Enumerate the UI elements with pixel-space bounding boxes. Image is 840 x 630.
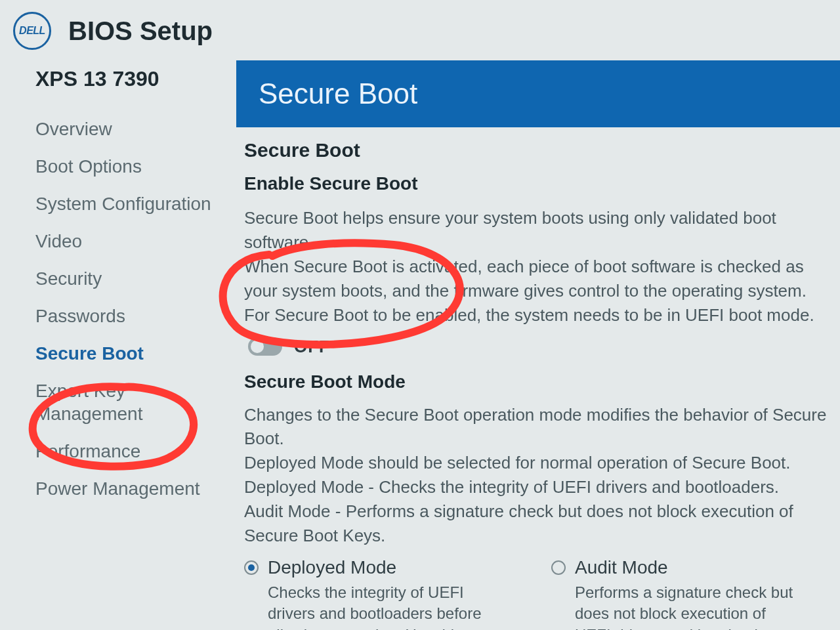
radio-head-deployed[interactable]: Deployed Mode [244,557,533,578]
sidebar-item-passwords[interactable]: Passwords [35,304,220,327]
sidebar-item-secure-boot[interactable]: Secure Boot [35,342,220,365]
enable-secure-boot-description: Secure Boot helps ensure your system boo… [244,206,840,327]
secure-boot-mode-description: Changes to the Secure Boot operation mod… [244,403,840,548]
secure-boot-toggle-row: OFF [248,337,840,357]
sidebar-item-boot-options[interactable]: Boot Options [35,155,220,178]
content: Secure Boot Enable Secure Boot Secure Bo… [236,139,840,630]
radio-option-audit: Audit Mode Performs a signature check bu… [551,557,840,630]
secure-boot-toggle[interactable] [248,337,282,356]
secure-boot-mode-options: Deployed Mode Checks the integrity of UE… [244,557,840,630]
radio-option-deployed: Deployed Mode Checks the integrity of UE… [244,557,533,630]
secure-boot-mode-title: Secure Boot Mode [244,371,840,392]
secure-boot-toggle-label: OFF [294,337,330,357]
layout: XPS 13 7390 Overview Boot Options System… [0,60,840,627]
toggle-knob-icon [251,340,264,353]
dell-logo-icon: DELL [13,12,51,50]
radio-head-audit[interactable]: Audit Mode [551,557,840,578]
app-title: BIOS Setup [68,16,213,46]
page-banner: Secure Boot [236,60,840,127]
app-header: DELL BIOS Setup [0,0,840,60]
sidebar-item-power-management[interactable]: Power Management [35,477,220,500]
section-title: Secure Boot [244,139,840,161]
main-panel: Secure Boot Secure Boot Enable Secure Bo… [236,60,840,627]
radio-label: Deployed Mode [268,557,396,578]
dell-logo-text: DELL [19,25,45,37]
sidebar-item-overview[interactable]: Overview [35,117,220,140]
radio-desc: Performs a signature check but does not … [551,582,840,630]
radio-icon [551,560,566,575]
sidebar-item-performance[interactable]: Performance [35,440,220,463]
enable-secure-boot-title: Enable Secure Boot [244,173,840,194]
radio-icon [244,560,259,575]
sidebar-item-expert-key-management[interactable]: Expert Key Management [35,379,220,425]
sidebar-item-system-configuration[interactable]: System Configuration [35,192,220,215]
sidebar: XPS 13 7390 Overview Boot Options System… [0,60,236,627]
sidebar-item-security[interactable]: Security [35,267,220,290]
sidebar-item-video[interactable]: Video [35,230,220,253]
radio-label: Audit Mode [575,557,668,578]
radio-desc: Checks the integrity of UEFI drivers and… [244,582,533,630]
device-model: XPS 13 7390 [35,67,220,91]
